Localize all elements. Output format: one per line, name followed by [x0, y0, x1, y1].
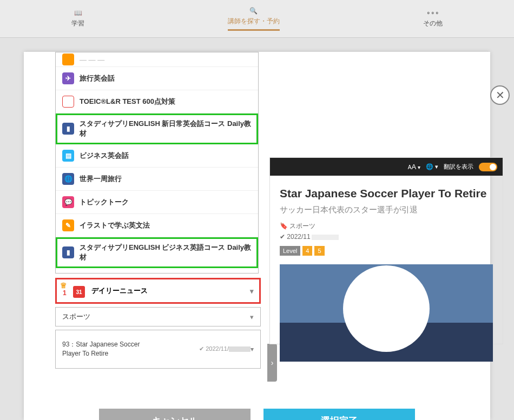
book-icon: ▮: [62, 246, 74, 258]
preview-date: ✔ 2022/11: [280, 233, 493, 241]
select-complete-button[interactable]: 選択完了: [263, 409, 415, 420]
illustration-icon: ✎: [62, 219, 74, 231]
airplane-icon: ✈: [62, 72, 74, 84]
daily-news-label: デイリーニュース: [91, 286, 148, 296]
globe-icon[interactable]: 🌐 ▾: [426, 163, 438, 170]
course-item-highlighted[interactable]: ▮ スタディサプリENGLISH ビジネス英語コース Daily教材: [56, 237, 258, 268]
course-dropdown-list[interactable]: — — — ✈ 旅行英会話 600 TOEIC®L&R TEST 600点対策 …: [55, 52, 259, 274]
book-icon: ▮: [62, 123, 74, 135]
briefcase-icon: ▤: [62, 150, 74, 162]
font-size-icon[interactable]: AA ▾: [408, 163, 420, 171]
preview-subtitle: サッカー日本代表のスター選手が引退: [280, 205, 493, 215]
course-label: 旅行英会話: [80, 74, 115, 83]
course-item-highlighted[interactable]: ▮ スタディサプリENGLISH 新日常英会話コース Daily教材: [56, 114, 258, 144]
chevron-down-icon: ▾: [250, 313, 254, 321]
level-5: 5: [314, 246, 324, 256]
preview-tag: 🔖 スポーツ: [280, 222, 493, 231]
level-label: Level: [280, 246, 300, 256]
preview-body: Star Japanese Soccer Player To Retire サッ…: [270, 176, 503, 372]
course-item[interactable]: ✈ 旅行英会話: [56, 67, 258, 90]
course-label: スタディサプリENGLISH 新日常英会話コース Daily教材: [80, 119, 252, 138]
course-label: 世界一周旅行: [80, 174, 122, 184]
chevron-down-icon: ▾: [251, 345, 254, 354]
material-select-modal: — — — ✈ 旅行英会話 600 TOEIC®L&R TEST 600点対策 …: [24, 52, 490, 420]
preview-title: Star Japanese Soccer Player To Retire: [280, 186, 493, 201]
course-item[interactable]: 600 TOEIC®L&R TEST 600点対策: [56, 90, 258, 114]
course-label: イラストで学ぶ英文法: [80, 221, 150, 230]
course-label: スタディサプリENGLISH ビジネス英語コース Daily教材: [80, 243, 252, 262]
course-label: — — —: [80, 56, 104, 64]
preview-panel: AA ▾ 🌐 ▾ 翻訳を表示 Star Japanese Soccer Play…: [269, 157, 503, 344]
course-item[interactable]: 🌐 世界一周旅行: [56, 168, 258, 191]
course-item[interactable]: ✎ イラストで学ぶ英文法: [56, 214, 258, 237]
translate-label: 翻訳を表示: [444, 163, 473, 171]
close-icon[interactable]: ✕: [490, 85, 510, 105]
course-icon: [62, 54, 74, 65]
face-placeholder: [343, 265, 430, 352]
daily-news-select[interactable]: ♕ 1 31 デイリーニュース ▾: [55, 278, 261, 304]
crown-icon: ♕: [60, 281, 67, 290]
chevron-down-icon: ▾: [250, 287, 254, 295]
course-item[interactable]: — — —: [56, 52, 258, 67]
modal-actions: キャンセル 選択完了: [24, 409, 490, 420]
rank-1: 1: [63, 289, 67, 297]
toeic-icon: 600: [62, 96, 74, 108]
article-title: 93：Star Japanese Soccer Player To Retire: [62, 340, 160, 358]
preview-image: [280, 264, 493, 362]
calendar-icon: 31: [73, 286, 85, 298]
course-item[interactable]: 🗾 都道府県教材: [56, 268, 258, 274]
preview-toolbar: AA ▾ 🌐 ▾ 翻訳を表示: [270, 158, 503, 176]
course-item[interactable]: ▤ ビジネス英会話: [56, 144, 258, 168]
course-label: TOEIC®L&R TEST 600点対策: [80, 97, 175, 106]
category-select[interactable]: スポーツ ▾: [55, 307, 261, 326]
left-column: — — — ✈ 旅行英会話 600 TOEIC®L&R TEST 600点対策 …: [55, 52, 261, 369]
cancel-button[interactable]: キャンセル: [99, 409, 251, 420]
article-select[interactable]: 93：Star Japanese Soccer Player To Retire…: [55, 330, 261, 369]
translate-toggle[interactable]: [479, 163, 497, 171]
course-item[interactable]: 💬 トピックトーク: [56, 191, 258, 214]
course-label: ビジネス英会話: [80, 151, 129, 161]
globe-icon: 🌐: [62, 173, 74, 185]
chat-icon: 💬: [62, 196, 74, 208]
article-date: ✔ 2022/11/: [199, 345, 251, 353]
level-badges: Level 4 5: [280, 246, 493, 256]
level-4: 4: [302, 246, 312, 256]
category-label: スポーツ: [62, 312, 90, 322]
course-label: トピックトーク: [80, 197, 129, 207]
